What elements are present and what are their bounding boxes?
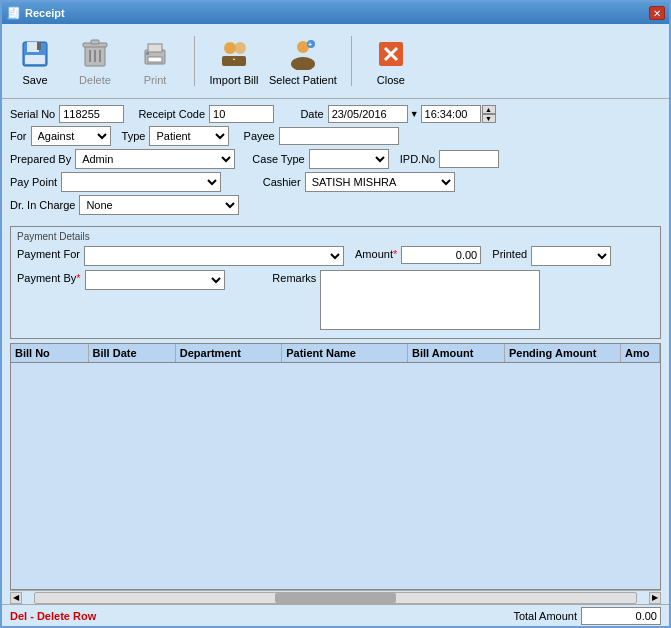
time-field-group: ▲ ▼ bbox=[421, 105, 496, 123]
form-area: Serial No Receipt Code Date ▼ ▲ ▼ bbox=[2, 99, 669, 222]
serial-no-input[interactable] bbox=[59, 105, 124, 123]
prepared-by-select[interactable]: Admin bbox=[75, 149, 235, 169]
window-icon: 🧾 bbox=[6, 6, 21, 20]
remarks-textarea[interactable] bbox=[320, 270, 540, 330]
h-scrollbar-thumb bbox=[275, 593, 395, 603]
print-icon bbox=[137, 36, 173, 72]
save-button[interactable]: Save bbox=[10, 36, 60, 86]
col-pending-amount: Pending Amount bbox=[505, 344, 621, 362]
cashier-label: Cashier bbox=[263, 176, 301, 188]
payment-by-row: Payment By* Remarks bbox=[17, 270, 654, 330]
svg-rect-2 bbox=[37, 42, 41, 50]
payment-by-label: Payment By* bbox=[17, 270, 81, 284]
form-row-4: Pay Point Cashier SATISH MISHRA bbox=[10, 172, 661, 192]
form-row-2: For Against Advance Other Type Patient O… bbox=[10, 126, 661, 146]
window-close-button[interactable]: ✕ bbox=[649, 6, 665, 20]
for-label: For bbox=[10, 130, 27, 142]
col-amo: Amo bbox=[621, 344, 660, 362]
payment-for-select[interactable] bbox=[84, 246, 344, 266]
date-input[interactable] bbox=[328, 105, 408, 123]
receipt-code-input[interactable] bbox=[209, 105, 274, 123]
save-label: Save bbox=[22, 74, 47, 86]
h-scrollbar-track[interactable] bbox=[34, 592, 637, 604]
svg-rect-6 bbox=[91, 40, 99, 44]
payment-details-section: Payment Details Payment For Amount* Prin… bbox=[10, 226, 661, 339]
ipd-no-input[interactable] bbox=[439, 150, 499, 168]
scroll-left-button[interactable]: ◀ bbox=[10, 592, 22, 604]
svg-rect-13 bbox=[146, 52, 149, 55]
delete-button[interactable]: Delete bbox=[70, 36, 120, 86]
svg-rect-3 bbox=[25, 55, 45, 64]
table-header: Bill No Bill Date Department Patient Nam… bbox=[11, 344, 660, 363]
case-type-label: Case Type bbox=[252, 153, 304, 165]
svg-rect-11 bbox=[148, 44, 162, 52]
receipt-code-label: Receipt Code bbox=[138, 108, 205, 120]
cashier-select[interactable]: SATISH MISHRA bbox=[305, 172, 455, 192]
select-patient-label: Select Patient bbox=[269, 74, 337, 86]
col-bill-date: Bill Date bbox=[89, 344, 176, 362]
col-patient-name: Patient Name bbox=[282, 344, 408, 362]
payment-for-row: Payment For Amount* Printed bbox=[17, 246, 654, 266]
form-row-3: Prepared By Admin Case Type IPD.No bbox=[10, 149, 661, 169]
total-area: Total Amount bbox=[513, 607, 661, 625]
time-input[interactable] bbox=[421, 105, 481, 123]
payee-label: Payee bbox=[244, 130, 275, 142]
title-bar-left: 🧾 Receipt bbox=[6, 6, 65, 20]
printed-label: Printed bbox=[492, 246, 527, 260]
receipt-window: 🧾 Receipt ✕ Save bbox=[0, 0, 671, 628]
payment-details-title: Payment Details bbox=[17, 231, 654, 242]
import-bill-button[interactable]: Import Bill bbox=[209, 36, 259, 86]
time-spinner: ▲ ▼ bbox=[482, 105, 496, 123]
amount-label: Amount* bbox=[355, 246, 397, 260]
window-title: Receipt bbox=[25, 7, 65, 19]
del-label: Del - Delete Row bbox=[10, 610, 96, 622]
svg-point-18 bbox=[291, 57, 315, 70]
svg-rect-16 bbox=[222, 56, 246, 66]
date-label: Date bbox=[300, 108, 323, 120]
select-patient-icon: + bbox=[285, 36, 321, 72]
horizontal-scrollbar-area: ◀ ▶ bbox=[10, 590, 661, 604]
table-body bbox=[11, 363, 660, 589]
print-button[interactable]: Print bbox=[130, 36, 180, 86]
close-label: Close bbox=[377, 74, 405, 86]
svg-text:+: + bbox=[308, 41, 312, 48]
serial-no-label: Serial No bbox=[10, 108, 55, 120]
import-bill-label: Import Bill bbox=[210, 74, 259, 86]
dr-in-charge-select[interactable]: None bbox=[79, 195, 239, 215]
dr-in-charge-label: Dr. In Charge bbox=[10, 199, 75, 211]
scroll-right-button[interactable]: ▶ bbox=[649, 592, 661, 604]
time-up-button[interactable]: ▲ bbox=[482, 105, 496, 114]
bill-table: Bill No Bill Date Department Patient Nam… bbox=[10, 343, 661, 590]
close-icon bbox=[373, 36, 409, 72]
select-patient-button[interactable]: + Select Patient bbox=[269, 36, 337, 86]
date-dropdown-icon[interactable]: ▼ bbox=[410, 109, 419, 119]
toolbar-separator-1 bbox=[194, 36, 195, 86]
prepared-by-label: Prepared By bbox=[10, 153, 71, 165]
close-button[interactable]: Close bbox=[366, 36, 416, 86]
save-icon bbox=[17, 36, 53, 72]
printed-select[interactable] bbox=[531, 246, 611, 266]
ipd-no-label: IPD.No bbox=[400, 153, 435, 165]
type-select[interactable]: Patient Other bbox=[149, 126, 229, 146]
for-select[interactable]: Against Advance Other bbox=[31, 126, 111, 146]
payee-input[interactable] bbox=[279, 127, 399, 145]
form-row-1: Serial No Receipt Code Date ▼ ▲ ▼ bbox=[10, 105, 661, 123]
payment-for-label: Payment For bbox=[17, 246, 80, 260]
pay-point-label: Pay Point bbox=[10, 176, 57, 188]
title-bar: 🧾 Receipt ✕ bbox=[2, 2, 669, 24]
time-down-button[interactable]: ▼ bbox=[482, 114, 496, 123]
amount-required-marker: * bbox=[393, 248, 397, 260]
case-type-select[interactable] bbox=[309, 149, 389, 169]
pay-point-select[interactable] bbox=[61, 172, 221, 192]
type-label: Type bbox=[122, 130, 146, 142]
total-amount-value bbox=[581, 607, 661, 625]
import-bill-icon bbox=[216, 36, 252, 72]
amount-input[interactable] bbox=[401, 246, 481, 264]
col-bill-amount: Bill Amount bbox=[408, 344, 505, 362]
print-label: Print bbox=[144, 74, 167, 86]
toolbar-separator-2 bbox=[351, 36, 352, 86]
payment-by-select[interactable] bbox=[85, 270, 225, 290]
delete-label: Delete bbox=[79, 74, 111, 86]
payment-by-required-marker: * bbox=[76, 272, 80, 284]
col-department: Department bbox=[176, 344, 283, 362]
